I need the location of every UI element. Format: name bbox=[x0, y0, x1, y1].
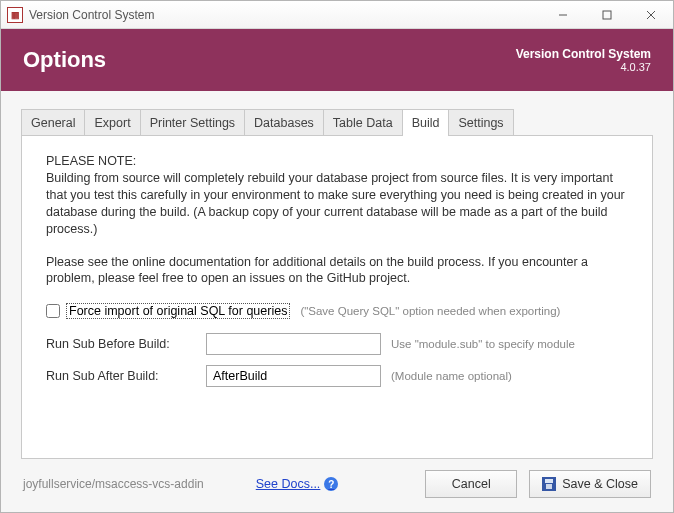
note-body-2: Please see the online documentation for … bbox=[46, 254, 628, 288]
close-button[interactable] bbox=[629, 1, 673, 28]
tab-table-data[interactable]: Table Data bbox=[323, 109, 403, 136]
before-build-row: Run Sub Before Build: Use "module.sub" t… bbox=[46, 333, 628, 355]
body: General Export Printer Settings Database… bbox=[1, 91, 673, 512]
minimize-button[interactable] bbox=[541, 1, 585, 28]
window: ▦ Version Control System Options Version… bbox=[0, 0, 674, 513]
window-title: Version Control System bbox=[29, 8, 541, 22]
after-build-label: Run Sub After Build: bbox=[46, 369, 196, 383]
tab-databases[interactable]: Databases bbox=[244, 109, 324, 136]
force-import-hint: ("Save Query SQL" option needed when exp… bbox=[300, 305, 560, 317]
help-icon: ? bbox=[324, 477, 338, 491]
window-controls bbox=[541, 1, 673, 28]
tab-build[interactable]: Build bbox=[402, 109, 450, 136]
after-build-hint: (Module name optional) bbox=[391, 370, 512, 382]
tab-printer-settings[interactable]: Printer Settings bbox=[140, 109, 245, 136]
header: Options Version Control System 4.0.37 bbox=[1, 29, 673, 91]
maximize-button[interactable] bbox=[585, 1, 629, 28]
after-build-input[interactable] bbox=[206, 365, 381, 387]
save-close-button[interactable]: Save & Close bbox=[529, 470, 651, 498]
see-docs-link[interactable]: See Docs... ? bbox=[256, 477, 339, 491]
footer: joyfullservice/msaccess-vcs-addin See Do… bbox=[21, 460, 653, 498]
tab-general[interactable]: General bbox=[21, 109, 85, 136]
tab-export[interactable]: Export bbox=[84, 109, 140, 136]
app-icon: ▦ bbox=[7, 7, 23, 23]
force-import-label[interactable]: Force import of original SQL for queries bbox=[66, 303, 290, 319]
save-close-button-label: Save & Close bbox=[562, 477, 638, 491]
force-import-checkbox[interactable] bbox=[46, 304, 60, 318]
titlebar: ▦ Version Control System bbox=[1, 1, 673, 29]
svg-rect-1 bbox=[603, 11, 611, 19]
page-title: Options bbox=[23, 47, 516, 73]
tab-settings[interactable]: Settings bbox=[448, 109, 513, 136]
note-title: PLEASE NOTE: bbox=[46, 154, 628, 168]
cancel-button[interactable]: Cancel bbox=[425, 470, 517, 498]
maximize-icon bbox=[602, 10, 612, 20]
header-app-name: Version Control System bbox=[516, 47, 651, 61]
header-app-version: 4.0.37 bbox=[516, 61, 651, 73]
tab-panel-build: PLEASE NOTE: Building from source will c… bbox=[21, 135, 653, 459]
force-import-row: Force import of original SQL for queries… bbox=[46, 303, 628, 319]
minimize-icon bbox=[558, 10, 568, 20]
repo-label: joyfullservice/msaccess-vcs-addin bbox=[23, 477, 204, 491]
before-build-label: Run Sub Before Build: bbox=[46, 337, 196, 351]
cancel-button-label: Cancel bbox=[452, 477, 491, 491]
note-body-1: Building from source will completely reb… bbox=[46, 170, 628, 238]
see-docs-label: See Docs... bbox=[256, 477, 321, 491]
save-icon bbox=[542, 477, 556, 491]
before-build-hint: Use "module.sub" to specify module bbox=[391, 338, 575, 350]
close-icon bbox=[646, 10, 656, 20]
tab-bar: General Export Printer Settings Database… bbox=[21, 109, 653, 136]
after-build-row: Run Sub After Build: (Module name option… bbox=[46, 365, 628, 387]
before-build-input[interactable] bbox=[206, 333, 381, 355]
header-app-info: Version Control System 4.0.37 bbox=[516, 47, 651, 73]
